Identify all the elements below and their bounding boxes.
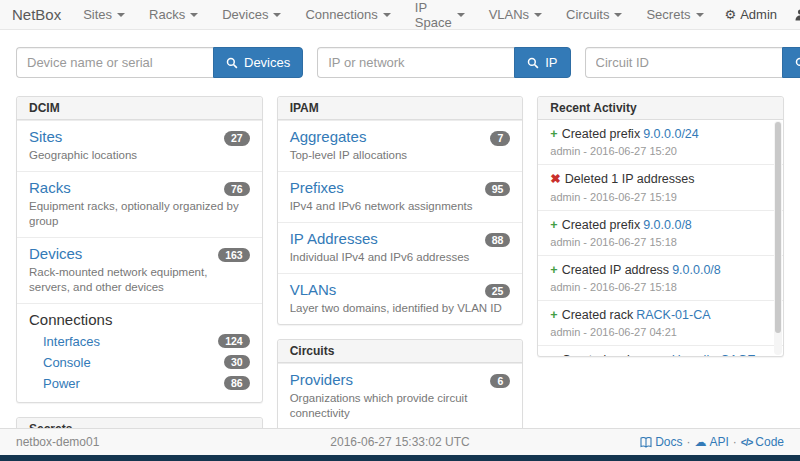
count-badge: 7 bbox=[490, 131, 510, 146]
nav-menu-devices[interactable]: Devices bbox=[210, 0, 293, 30]
count-badge: 95 bbox=[485, 182, 511, 197]
code-link[interactable]: </>Code bbox=[741, 435, 784, 449]
connections-row-console: Console 30 bbox=[29, 352, 250, 373]
item-description: Layer two domains, identified by VLAN ID bbox=[290, 301, 511, 316]
code-label: Code bbox=[755, 435, 784, 449]
activity-item: ✖Deleted 1 IP addresses admin - 2016-06-… bbox=[538, 164, 783, 209]
docs-label: Docs bbox=[655, 435, 682, 449]
nav-menu-label: VLANs bbox=[489, 7, 529, 22]
activity-action: Created IP address bbox=[562, 263, 669, 277]
providers-link[interactable]: Providers bbox=[290, 371, 353, 388]
count-badge: 27 bbox=[224, 131, 250, 146]
racks-link[interactable]: Racks bbox=[29, 179, 71, 196]
ipam-panel: IPAM 7 Aggregates Top-level IP allocatio… bbox=[277, 96, 524, 325]
power-link[interactable]: Power bbox=[43, 376, 80, 391]
activity-item: +Created prefix9.0.0.0/8 admin - 2016-06… bbox=[538, 210, 783, 255]
ip-search-input[interactable] bbox=[317, 47, 514, 78]
bottom-strip bbox=[0, 455, 800, 461]
chevron-down-icon bbox=[457, 13, 465, 17]
dcim-panel: DCIM 27 Sites Geographic locations 76 Ra… bbox=[16, 96, 263, 403]
count-badge: 163 bbox=[218, 248, 250, 263]
plus-icon: + bbox=[550, 353, 557, 356]
device-search-group: Devices bbox=[16, 47, 303, 78]
nav-menu-label: Sites bbox=[83, 7, 112, 22]
activity-action: Deleted 1 IP addresses bbox=[565, 172, 695, 186]
activity-action: Created prefix bbox=[562, 218, 641, 232]
nav-menu-label: Connections bbox=[305, 7, 377, 22]
ip-search-button-label: IP bbox=[545, 55, 557, 70]
interfaces-link[interactable]: Interfaces bbox=[43, 334, 100, 349]
panel-title: DCIM bbox=[17, 97, 262, 120]
ip-search-group: IP bbox=[317, 47, 570, 78]
connections-title: Connections bbox=[29, 311, 250, 328]
count-badge: 88 bbox=[485, 233, 511, 248]
activity-list[interactable]: +Created prefix9.0.0.0/24 admin - 2016-0… bbox=[538, 120, 783, 356]
console-link[interactable]: Console bbox=[43, 355, 91, 370]
circuit-search-button[interactable]: Circuits bbox=[782, 47, 800, 78]
docs-link[interactable]: Docs bbox=[640, 435, 682, 449]
ip-search-button[interactable]: IP bbox=[514, 47, 570, 78]
column-activity: Recent Activity +Created prefix9.0.0.0/2… bbox=[537, 96, 784, 371]
activity-meta: admin - 2016-06-27 15:20 bbox=[550, 145, 763, 157]
nav-menu-vlans[interactable]: VLANs bbox=[477, 0, 554, 30]
nav-menu-label: Racks bbox=[149, 7, 185, 22]
user-icon bbox=[795, 9, 800, 21]
list-item-ip-addresses: 88 IP Addresses Individual IPv4 and IPv6… bbox=[278, 222, 523, 273]
activity-target-link[interactable]: RACK-01-CA bbox=[636, 308, 710, 322]
count-badge: 25 bbox=[485, 284, 511, 299]
scrollbar-thumb[interactable] bbox=[775, 122, 781, 333]
list-item-aggregates: 7 Aggregates Top-level IP allocations bbox=[278, 120, 523, 171]
devices-link[interactable]: Devices bbox=[29, 245, 82, 262]
circuit-search-group: Circuits bbox=[585, 47, 800, 78]
api-link[interactable]: ☁API bbox=[695, 435, 729, 449]
scrollbar[interactable] bbox=[774, 121, 782, 355]
nav-menu-racks[interactable]: Racks bbox=[137, 0, 210, 30]
nav-menu-sites[interactable]: Sites bbox=[71, 0, 137, 30]
item-description: Top-level IP allocations bbox=[290, 148, 511, 163]
navbar: NetBox Sites Racks Devices Connections I… bbox=[0, 0, 800, 30]
column-ipam: IPAM 7 Aggregates Top-level IP allocatio… bbox=[277, 96, 524, 461]
activity-meta: admin - 2016-06-27 04:21 bbox=[550, 326, 763, 338]
prefixes-link[interactable]: Prefixes bbox=[290, 179, 344, 196]
activity-meta: admin - 2016-06-27 15:18 bbox=[550, 236, 763, 248]
list-item-sites: 27 Sites Geographic locations bbox=[17, 120, 262, 171]
sites-link[interactable]: Sites bbox=[29, 128, 62, 145]
chevron-down-icon bbox=[117, 13, 125, 17]
admin-label: Admin bbox=[740, 7, 777, 22]
connections-row-interfaces: Interfaces 124 bbox=[29, 331, 250, 352]
plus-icon: + bbox=[550, 263, 557, 277]
brand-logo[interactable]: NetBox bbox=[12, 6, 61, 23]
plus-icon: + bbox=[550, 127, 557, 141]
code-icon: </> bbox=[741, 437, 752, 448]
activity-target-link[interactable]: 9.0.0.0/8 bbox=[672, 263, 721, 277]
count-badge: 86 bbox=[224, 376, 250, 391]
item-description: Equipment racks, optionally organized by… bbox=[29, 199, 250, 229]
vlans-link[interactable]: VLANs bbox=[290, 281, 337, 298]
nav-menu-ip-space[interactable]: IP Space bbox=[403, 0, 477, 30]
profile-link[interactable]: Profile bbox=[786, 0, 800, 30]
admin-link[interactable]: ⚙Admin bbox=[716, 0, 787, 30]
navbar-right: ⚙Admin Profile Log out bbox=[716, 0, 800, 30]
activity-target-link[interactable]: 9.0.0.0/24 bbox=[643, 127, 699, 141]
nav-menu-label: Circuits bbox=[566, 7, 609, 22]
count-badge: 6 bbox=[490, 374, 510, 389]
item-description: Individual IPv4 and IPv6 addresses bbox=[290, 250, 511, 265]
item-description: Rack-mounted network equipment, servers,… bbox=[29, 265, 250, 295]
device-search-input[interactable] bbox=[16, 47, 213, 78]
nav-menu-circuits[interactable]: Circuits bbox=[554, 0, 634, 30]
circuit-search-input[interactable] bbox=[585, 47, 782, 78]
chevron-down-icon bbox=[273, 13, 281, 17]
chevron-down-icon bbox=[614, 13, 622, 17]
plus-icon: + bbox=[550, 308, 557, 322]
activity-target-link[interactable]: 9.0.0.0/8 bbox=[643, 218, 692, 232]
aggregates-link[interactable]: Aggregates bbox=[290, 128, 367, 145]
nav-menu-connections[interactable]: Connections bbox=[293, 0, 402, 30]
device-search-button[interactable]: Devices bbox=[213, 47, 303, 78]
panel-title: Circuits bbox=[278, 340, 523, 363]
search-row: Devices IP Circuits bbox=[0, 47, 800, 78]
ip-addresses-link[interactable]: IP Addresses bbox=[290, 230, 378, 247]
list-item-racks: 76 Racks Equipment racks, optionally org… bbox=[17, 171, 262, 237]
list-item-providers: 6 Providers Organizations which provide … bbox=[278, 363, 523, 429]
count-badge: 76 bbox=[224, 182, 250, 197]
nav-menu-secrets[interactable]: Secrets bbox=[634, 0, 715, 30]
